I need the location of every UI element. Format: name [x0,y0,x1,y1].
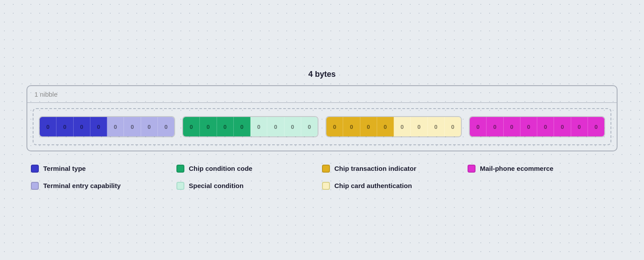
bit-cell: 0 [343,117,360,136]
legend-item-terminal-type: Terminal type [31,164,176,173]
swatch-chip-transaction [322,165,330,173]
diagram-container: 4 bytes 1 nibble 0 0 0 0 0 0 0 0 0 0 0 0 [26,70,618,190]
bit-cell: 0 [360,117,377,136]
bit-cell: 0 [124,117,141,136]
bit-cell: 0 [285,117,301,136]
label-terminal-entry: Terminal entry capability [43,181,121,190]
bit-cell: 0 [520,117,537,136]
byte-group-yellow: 0 0 0 0 0 0 0 0 [326,116,462,137]
bit-cell: 0 [234,117,251,136]
legend-row: Terminal type Terminal entry capability … [26,164,618,190]
bit-cell: 0 [251,117,267,136]
bit-cell: 0 [158,117,174,136]
legend-col-green: Chip condition code Special condition [176,164,322,190]
bit-cell: 0 [554,117,571,136]
bit-cell: 0 [537,117,554,136]
bit-cell: 0 [411,117,427,136]
label-mail-phone: Mail-phone ecommerce [480,164,554,173]
legend-item-chip-transaction: Chip transaction indicator [322,164,468,173]
legend-col-yellow: Chip transaction indicator Chip card aut… [322,164,468,190]
bit-cell: 0 [326,117,343,136]
bit-cell: 0 [301,117,318,136]
bit-cell: 0 [74,117,90,136]
legend-col-blue: Terminal type Terminal entry capability [31,164,176,190]
swatch-mail-phone [468,165,476,173]
byte-group-green: 0 0 0 0 0 0 0 0 [182,116,318,137]
bit-cell: 0 [445,117,461,136]
byte-group-pink: 0 0 0 0 0 0 0 0 [469,116,605,137]
bit-cell: 0 [90,117,107,136]
legend-item-mail-phone: Mail-phone ecommerce [468,164,613,173]
bytes-label: 4 bytes [26,70,618,79]
bit-cell: 0 [487,117,503,136]
bit-cell: 0 [56,117,73,136]
bit-cell: 0 [504,117,520,136]
label-special-condition: Special condition [189,181,243,190]
bit-cell: 0 [571,117,588,136]
outer-box: 1 nibble 0 0 0 0 0 0 0 0 0 0 0 0 0 0 [26,85,618,151]
label-chip-condition: Chip condition code [189,164,252,173]
bit-cell: 0 [394,117,411,136]
legend-item-special-condition: Special condition [176,181,322,190]
nibble-label: 1 nibble [34,90,58,98]
bit-cell: 0 [40,117,56,136]
label-terminal-type: Terminal type [43,164,86,173]
legend-item-terminal-entry: Terminal entry capability [31,181,176,190]
bit-cell: 0 [183,117,200,136]
bit-cell: 0 [267,117,284,136]
bit-cell: 0 [200,117,217,136]
bit-cell: 0 [428,117,445,136]
swatch-chip-card [322,182,330,190]
bit-cell: 0 [107,117,124,136]
swatch-terminal-type [31,165,39,173]
legend-item-chip-condition: Chip condition code [176,164,322,173]
bit-cell: 0 [377,117,394,136]
label-chip-transaction: Chip transaction indicator [334,164,416,173]
label-chip-card: Chip card authentication [334,181,412,190]
bit-cell: 0 [588,117,604,136]
bit-cell: 0 [470,117,487,136]
bit-cell: 0 [217,117,234,136]
legend-col-pink: Mail-phone ecommerce [468,164,613,190]
swatch-terminal-entry [31,182,39,190]
bit-cell: 0 [141,117,158,136]
legend-item-chip-card: Chip card authentication [322,181,468,190]
nibble-label-row: 1 nibble [27,86,617,103]
swatch-chip-condition [176,165,184,173]
inner-dashed-box: 0 0 0 0 0 0 0 0 0 0 0 0 0 0 0 0 [33,108,611,145]
byte-group-blue: 0 0 0 0 0 0 0 0 [39,116,175,137]
swatch-special-condition [176,182,184,190]
